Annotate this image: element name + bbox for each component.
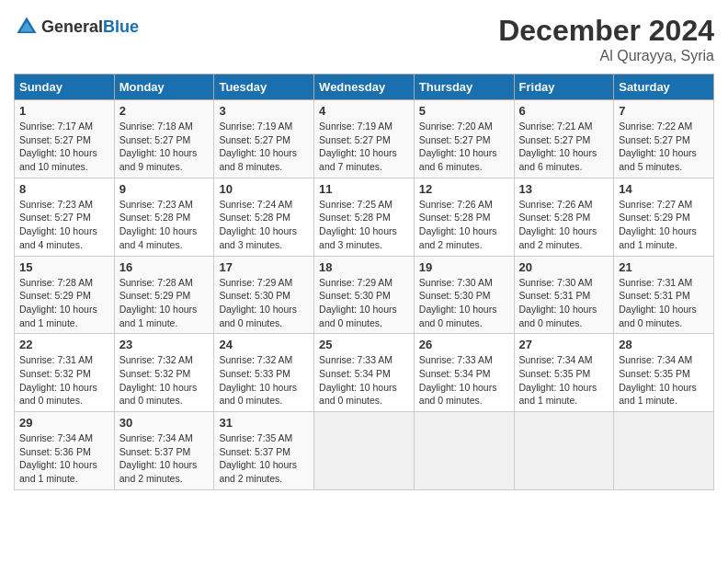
calendar-cell: 25Sunrise: 7:33 AM Sunset: 5:34 PM Dayli… — [314, 334, 415, 412]
day-number: 20 — [519, 260, 609, 274]
calendar-cell — [414, 412, 514, 490]
calendar-cell: 24Sunrise: 7:32 AM Sunset: 5:33 PM Dayli… — [214, 334, 314, 412]
logo-text-blue: Blue — [103, 17, 139, 36]
day-info: Sunrise: 7:28 AM Sunset: 5:29 PM Dayligh… — [119, 276, 210, 330]
day-number: 3 — [219, 104, 309, 118]
day-number: 29 — [19, 416, 109, 430]
day-info: Sunrise: 7:35 AM Sunset: 5:37 PM Dayligh… — [219, 431, 309, 486]
day-number: 4 — [319, 104, 409, 118]
day-number: 30 — [119, 416, 210, 430]
day-number: 24 — [219, 338, 309, 351]
calendar-cell: 9Sunrise: 7:23 AM Sunset: 5:28 PM Daylig… — [114, 178, 214, 256]
day-info: Sunrise: 7:19 AM Sunset: 5:27 PM Dayligh… — [219, 120, 309, 174]
calendar-cell: 27Sunrise: 7:34 AM Sunset: 5:35 PM Dayli… — [514, 334, 614, 412]
day-info: Sunrise: 7:34 AM Sunset: 5:36 PM Dayligh… — [19, 431, 109, 486]
calendar-week-row: 22Sunrise: 7:31 AM Sunset: 5:32 PM Dayli… — [15, 334, 714, 412]
day-number: 18 — [319, 260, 409, 274]
calendar-week-row: 1Sunrise: 7:17 AM Sunset: 5:27 PM Daylig… — [15, 100, 714, 178]
day-number: 6 — [519, 104, 609, 118]
day-info: Sunrise: 7:24 AM Sunset: 5:28 PM Dayligh… — [219, 198, 309, 252]
day-info: Sunrise: 7:31 AM Sunset: 5:32 PM Dayligh… — [19, 353, 109, 408]
calendar-cell — [314, 412, 415, 490]
day-number: 27 — [519, 338, 609, 351]
day-number: 25 — [319, 338, 409, 351]
day-info: Sunrise: 7:34 AM Sunset: 5:35 PM Dayligh… — [619, 353, 709, 408]
calendar-cell: 12Sunrise: 7:26 AM Sunset: 5:28 PM Dayli… — [414, 178, 514, 256]
day-info: Sunrise: 7:28 AM Sunset: 5:29 PM Dayligh… — [19, 276, 109, 330]
calendar-cell: 16Sunrise: 7:28 AM Sunset: 5:29 PM Dayli… — [114, 256, 214, 334]
day-info: Sunrise: 7:26 AM Sunset: 5:28 PM Dayligh… — [419, 198, 509, 252]
calendar-week-row: 15Sunrise: 7:28 AM Sunset: 5:29 PM Dayli… — [15, 256, 714, 334]
day-number: 31 — [219, 416, 309, 430]
calendar-cell: 23Sunrise: 7:32 AM Sunset: 5:32 PM Dayli… — [114, 334, 214, 412]
day-number: 2 — [119, 104, 210, 118]
day-number: 22 — [19, 338, 109, 351]
day-number: 17 — [219, 260, 309, 274]
day-number: 26 — [419, 338, 509, 351]
day-number: 9 — [119, 182, 210, 196]
col-wednesday: Wednesday — [314, 75, 415, 100]
calendar-cell — [514, 412, 614, 490]
calendar-cell: 22Sunrise: 7:31 AM Sunset: 5:32 PM Dayli… — [15, 334, 115, 412]
day-info: Sunrise: 7:33 AM Sunset: 5:34 PM Dayligh… — [319, 353, 409, 408]
calendar-cell: 4Sunrise: 7:19 AM Sunset: 5:27 PM Daylig… — [314, 100, 415, 178]
day-info: Sunrise: 7:31 AM Sunset: 5:31 PM Dayligh… — [619, 276, 709, 330]
day-number: 5 — [419, 104, 509, 118]
day-info: Sunrise: 7:23 AM Sunset: 5:28 PM Dayligh… — [119, 198, 210, 252]
calendar-cell: 2Sunrise: 7:18 AM Sunset: 5:27 PM Daylig… — [114, 100, 214, 178]
calendar-cell: 14Sunrise: 7:27 AM Sunset: 5:29 PM Dayli… — [614, 178, 714, 256]
day-info: Sunrise: 7:30 AM Sunset: 5:30 PM Dayligh… — [419, 276, 509, 330]
calendar-cell: 17Sunrise: 7:29 AM Sunset: 5:30 PM Dayli… — [214, 256, 314, 334]
calendar-cell: 18Sunrise: 7:29 AM Sunset: 5:30 PM Dayli… — [314, 256, 415, 334]
day-info: Sunrise: 7:20 AM Sunset: 5:27 PM Dayligh… — [419, 120, 509, 174]
calendar-cell: 29Sunrise: 7:34 AM Sunset: 5:36 PM Dayli… — [15, 412, 115, 490]
day-number: 23 — [119, 338, 210, 351]
calendar-cell: 1Sunrise: 7:17 AM Sunset: 5:27 PM Daylig… — [15, 100, 115, 178]
day-number: 7 — [619, 104, 709, 118]
page-header: GeneralBlue December 2024 Al Qurayya, Sy… — [14, 14, 714, 64]
calendar-cell: 5Sunrise: 7:20 AM Sunset: 5:27 PM Daylig… — [414, 100, 514, 178]
month-title: December 2024 — [498, 14, 714, 48]
location-title: Al Qurayya, Syria — [498, 48, 714, 64]
col-monday: Monday — [114, 75, 214, 100]
day-number: 12 — [419, 182, 509, 196]
calendar-cell: 11Sunrise: 7:25 AM Sunset: 5:28 PM Dayli… — [314, 178, 415, 256]
day-info: Sunrise: 7:27 AM Sunset: 5:29 PM Dayligh… — [619, 198, 709, 252]
logo-icon — [14, 14, 40, 40]
col-tuesday: Tuesday — [214, 75, 314, 100]
day-info: Sunrise: 7:25 AM Sunset: 5:28 PM Dayligh… — [319, 198, 409, 252]
calendar-table: Sunday Monday Tuesday Wednesday Thursday… — [14, 74, 714, 490]
day-info: Sunrise: 7:32 AM Sunset: 5:33 PM Dayligh… — [219, 353, 309, 408]
day-info: Sunrise: 7:29 AM Sunset: 5:30 PM Dayligh… — [219, 276, 309, 330]
calendar-week-row: 8Sunrise: 7:23 AM Sunset: 5:27 PM Daylig… — [15, 178, 714, 256]
calendar-header-row: Sunday Monday Tuesday Wednesday Thursday… — [15, 75, 714, 100]
day-info: Sunrise: 7:32 AM Sunset: 5:32 PM Dayligh… — [119, 353, 210, 408]
logo-text-general: General — [41, 17, 103, 36]
calendar-cell: 19Sunrise: 7:30 AM Sunset: 5:30 PM Dayli… — [414, 256, 514, 334]
calendar-cell: 8Sunrise: 7:23 AM Sunset: 5:27 PM Daylig… — [15, 178, 115, 256]
calendar-cell — [614, 412, 714, 490]
day-number: 1 — [19, 104, 109, 118]
day-number: 15 — [19, 260, 109, 274]
calendar-cell: 26Sunrise: 7:33 AM Sunset: 5:34 PM Dayli… — [414, 334, 514, 412]
calendar-cell: 31Sunrise: 7:35 AM Sunset: 5:37 PM Dayli… — [214, 412, 314, 490]
day-info: Sunrise: 7:29 AM Sunset: 5:30 PM Dayligh… — [319, 276, 409, 330]
day-number: 14 — [619, 182, 709, 196]
calendar-cell: 15Sunrise: 7:28 AM Sunset: 5:29 PM Dayli… — [15, 256, 115, 334]
day-info: Sunrise: 7:23 AM Sunset: 5:27 PM Dayligh… — [19, 198, 109, 252]
calendar-cell: 7Sunrise: 7:22 AM Sunset: 5:27 PM Daylig… — [614, 100, 714, 178]
day-info: Sunrise: 7:30 AM Sunset: 5:31 PM Dayligh… — [519, 276, 609, 330]
col-friday: Friday — [514, 75, 614, 100]
day-number: 8 — [19, 182, 109, 196]
day-number: 13 — [519, 182, 609, 196]
calendar-cell: 10Sunrise: 7:24 AM Sunset: 5:28 PM Dayli… — [214, 178, 314, 256]
day-info: Sunrise: 7:19 AM Sunset: 5:27 PM Dayligh… — [319, 120, 409, 174]
col-sunday: Sunday — [15, 75, 115, 100]
calendar-cell: 13Sunrise: 7:26 AM Sunset: 5:28 PM Dayli… — [514, 178, 614, 256]
day-info: Sunrise: 7:34 AM Sunset: 5:37 PM Dayligh… — [119, 431, 210, 486]
day-info: Sunrise: 7:17 AM Sunset: 5:27 PM Dayligh… — [19, 120, 109, 174]
calendar-cell: 28Sunrise: 7:34 AM Sunset: 5:35 PM Dayli… — [614, 334, 714, 412]
logo: GeneralBlue — [14, 14, 139, 40]
col-saturday: Saturday — [614, 75, 714, 100]
calendar-cell: 30Sunrise: 7:34 AM Sunset: 5:37 PM Dayli… — [114, 412, 214, 490]
